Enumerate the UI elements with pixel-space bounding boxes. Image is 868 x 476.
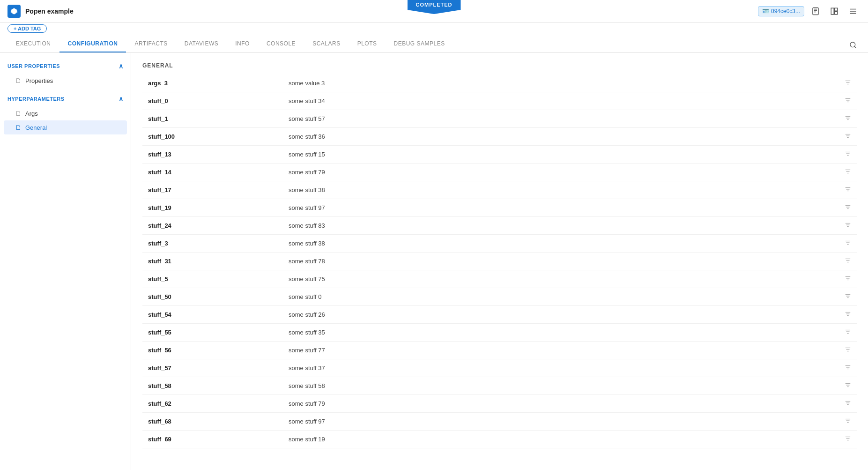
filter-icon[interactable]	[845, 329, 851, 336]
config-key: stuff_69	[142, 431, 283, 448]
sidebar-item-args[interactable]: 🗋 Args	[4, 106, 127, 120]
filter-icon[interactable]	[845, 169, 851, 176]
table-row: stuff_56some stuff 77	[142, 342, 857, 359]
tab-artifacts[interactable]: ARTIFACTS	[126, 36, 176, 52]
filter-icon[interactable]	[845, 97, 851, 105]
row-action-cell	[838, 413, 857, 431]
table-row: stuff_3some stuff 38	[142, 235, 857, 253]
config-key: stuff_54	[142, 306, 283, 324]
nav-tabs-right	[846, 37, 861, 52]
sidebar-section-hyperparameters[interactable]: HYPERPARAMETERS ∧	[0, 91, 131, 106]
filter-icon[interactable]	[845, 258, 851, 265]
filter-icon[interactable]	[845, 382, 851, 390]
content-area: GENERAL args_3some value 3stuff_0some st…	[131, 53, 868, 470]
tab-configuration[interactable]: CONFIGURATION	[59, 36, 126, 52]
table-row: stuff_14some stuff 79	[142, 164, 857, 181]
filter-icon[interactable]	[845, 115, 851, 123]
config-value: some stuff 97	[283, 199, 838, 217]
config-key: stuff_50	[142, 288, 283, 306]
table-row: stuff_17some stuff 38	[142, 181, 857, 199]
main-layout: USER PROPERTIES ∧ 🗋 Properties HYPERPARA…	[0, 53, 868, 470]
filter-icon[interactable]	[845, 293, 851, 301]
tab-info[interactable]: INFO	[227, 36, 258, 52]
config-value: some stuff 57	[283, 110, 838, 128]
table-row: stuff_19some stuff 97	[142, 199, 857, 217]
filter-icon[interactable]	[845, 364, 851, 372]
row-action-cell	[838, 253, 857, 270]
config-table: args_3some value 3stuff_0some stuff 34st…	[142, 74, 857, 448]
config-value: some stuff 34	[283, 92, 838, 110]
svg-rect-6	[835, 11, 838, 14]
config-value: some stuff 19	[283, 431, 838, 448]
config-value: some stuff 83	[283, 217, 838, 235]
tab-console[interactable]: CONSOLE	[258, 36, 304, 52]
filter-icon[interactable]	[845, 80, 851, 87]
config-key: stuff_14	[142, 164, 283, 181]
filter-icon[interactable]	[845, 186, 851, 194]
row-action-cell	[838, 92, 857, 110]
svg-rect-5	[835, 8, 838, 11]
row-action-cell	[838, 128, 857, 146]
table-row: stuff_24some stuff 83	[142, 217, 857, 235]
filter-icon[interactable]	[845, 204, 851, 212]
chevron-up-icon-hyper: ∧	[119, 95, 124, 103]
config-value: some stuff 97	[283, 413, 838, 431]
filter-icon[interactable]	[845, 347, 851, 354]
filter-icon[interactable]	[845, 133, 851, 141]
row-action-cell	[838, 270, 857, 288]
filter-icon[interactable]	[845, 400, 851, 408]
config-key: stuff_1	[142, 110, 283, 128]
filter-icon[interactable]	[845, 436, 851, 443]
sidebar-item-properties[interactable]: 🗋 Properties	[4, 74, 127, 88]
filter-icon[interactable]	[845, 222, 851, 230]
id-icon: 🪪	[762, 8, 769, 15]
tab-execution[interactable]: EXECUTION	[7, 36, 59, 52]
table-row: stuff_57some stuff 37	[142, 359, 857, 377]
menu-icon-btn[interactable]	[846, 4, 861, 19]
svg-line-11	[854, 46, 856, 48]
table-row: stuff_58some stuff 58	[142, 377, 857, 395]
task-id-badge: 🪪 094ce0c3...	[758, 6, 804, 16]
tab-plots[interactable]: PLOTS	[349, 36, 386, 52]
document-icon-btn[interactable]	[808, 4, 823, 19]
sidebar-item-general[interactable]: 🗋 General	[4, 120, 127, 134]
config-key: stuff_57	[142, 359, 283, 377]
config-key: stuff_58	[142, 377, 283, 395]
filter-icon[interactable]	[845, 151, 851, 158]
add-tag-button[interactable]: + ADD TAG	[7, 24, 47, 33]
filter-icon[interactable]	[845, 418, 851, 425]
config-key: stuff_31	[142, 253, 283, 270]
sidebar-section-user-properties[interactable]: USER PROPERTIES ∧	[0, 59, 131, 74]
table-row: stuff_1some stuff 57	[142, 110, 857, 128]
app-logo	[7, 5, 21, 18]
filter-icon[interactable]	[845, 275, 851, 283]
table-row: stuff_55some stuff 35	[142, 324, 857, 342]
config-value: some stuff 79	[283, 164, 838, 181]
svg-rect-4	[831, 8, 834, 15]
filter-icon[interactable]	[845, 311, 851, 319]
config-key: stuff_100	[142, 128, 283, 146]
tab-scalars[interactable]: SCALARS	[304, 36, 349, 52]
table-row: stuff_13some stuff 15	[142, 146, 857, 164]
doc-icon-properties: 🗋	[15, 77, 22, 84]
top-bar-right: 🪪 094ce0c3...	[758, 4, 861, 19]
config-key: stuff_68	[142, 413, 283, 431]
row-action-cell	[838, 199, 857, 217]
tab-dataviews[interactable]: DATAVIEWS	[176, 36, 227, 52]
filter-icon[interactable]	[845, 240, 851, 247]
layout-icon-btn[interactable]	[827, 4, 842, 19]
config-key: stuff_62	[142, 395, 283, 413]
table-row: stuff_50some stuff 0	[142, 288, 857, 306]
row-action-cell	[838, 306, 857, 324]
row-action-cell	[838, 235, 857, 253]
doc-icon-args: 🗋	[15, 110, 22, 117]
search-icon-btn[interactable]	[846, 37, 861, 52]
table-row: stuff_100some stuff 36	[142, 128, 857, 146]
nav-tabs: EXECUTION CONFIGURATION ARTIFACTS DATAVI…	[0, 36, 868, 53]
config-key: stuff_17	[142, 181, 283, 199]
row-action-cell	[838, 146, 857, 164]
svg-point-10	[850, 42, 855, 47]
config-value: some stuff 37	[283, 359, 838, 377]
tab-debug-samples[interactable]: DEBUG SAMPLES	[386, 36, 453, 52]
row-action-cell	[838, 359, 857, 377]
